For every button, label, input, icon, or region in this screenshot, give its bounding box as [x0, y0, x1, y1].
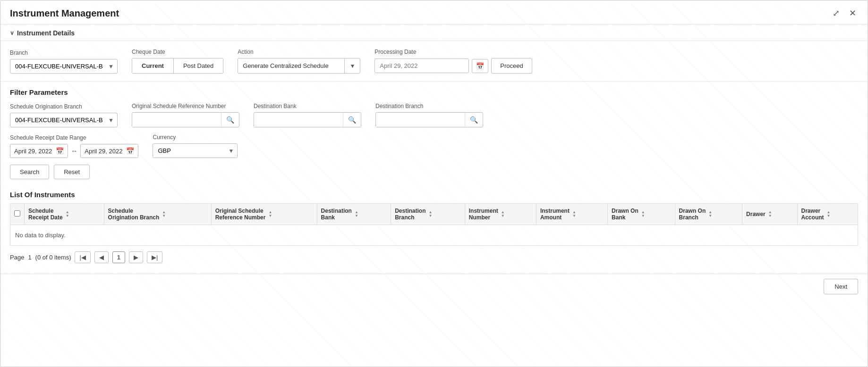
action-dropdown-arrow-icon[interactable]: ▼ — [344, 59, 360, 73]
sort-schedule-origination-branch-icon[interactable]: ▲▼ — [162, 210, 166, 218]
first-page-btn[interactable]: |◀ — [75, 251, 90, 263]
instrument-details-row: Branch 004-FLEXCUBE-UNIVERSAL-B ▼ Cheque… — [0, 41, 868, 82]
processing-date-input[interactable] — [374, 58, 469, 73]
sort-drawn-on-branch-icon[interactable]: ▲▼ — [708, 210, 712, 218]
branch-label: Branch — [10, 50, 118, 56]
modal-header: Instrument Management ⤢ ✕ — [0, 0, 868, 25]
reset-button[interactable]: Reset — [54, 165, 90, 179]
col-drawer: Drawer ▲▼ — [742, 204, 797, 225]
instruments-table: ScheduleReceipt Date ▲▼ ScheduleOriginat… — [10, 203, 858, 246]
cheque-date-toggle-group: Current Post Dated — [132, 58, 223, 74]
next-page-btn[interactable]: ▶ — [129, 251, 143, 263]
proceed-button[interactable]: Proceed — [491, 58, 532, 74]
sort-original-schedule-ref-icon[interactable]: ▲▼ — [268, 210, 272, 218]
expand-icon[interactable]: ⤢ — [831, 7, 842, 19]
sort-drawn-on-bank-icon[interactable]: ▲▼ — [641, 210, 645, 218]
action-label: Action — [238, 49, 360, 55]
processing-date-field-group: Processing Date 📅 Proceed — [374, 49, 532, 74]
current-page-btn[interactable]: 1 — [112, 251, 125, 263]
branch-field-group: Branch 004-FLEXCUBE-UNIVERSAL-B ▼ — [10, 50, 118, 74]
schedule-receipt-date-range-label: Schedule Receipt Date Range — [10, 134, 138, 141]
select-all-checkbox[interactable] — [14, 210, 20, 217]
schedule-origination-branch-select[interactable]: 004-FLEXCUBE-UNIVERSAL-B — [10, 113, 118, 127]
chevron-down-icon: ∨ — [10, 30, 14, 36]
last-page-btn[interactable]: ▶| — [147, 251, 162, 263]
original-schedule-ref-field-group: Original Schedule Reference Number 🔍 — [132, 103, 239, 127]
sort-drawer-account-icon[interactable]: ▲▼ — [827, 210, 831, 218]
col-drawn-on-bank: Drawn OnBank ▲▼ — [608, 204, 675, 225]
currency-select[interactable]: GBP — [153, 143, 238, 158]
action-dropdown[interactable]: Generate Centralized Schedule ▼ — [238, 58, 360, 74]
col-destination-bank: DestinationBank ▲▼ — [317, 204, 391, 225]
original-schedule-ref-search-icon[interactable]: 🔍 — [221, 113, 239, 127]
schedule-origination-branch-field-group: Schedule Origination Branch 004-FLEXCUBE… — [10, 103, 118, 127]
cheque-date-field-group: Cheque Date Current Post Dated — [132, 49, 223, 74]
cheque-date-label: Cheque Date — [132, 49, 223, 55]
original-schedule-ref-label: Original Schedule Reference Number — [132, 103, 239, 109]
currency-field-group: Currency GBP ▼ — [153, 134, 238, 158]
col-destination-branch: DestinationBranch ▲▼ — [391, 204, 465, 225]
processing-date-wrapper: 📅 Proceed — [374, 58, 532, 74]
page-label: Page — [10, 254, 24, 261]
sort-destination-bank-icon[interactable]: ▲▼ — [355, 210, 358, 218]
branch-select[interactable]: 004-FLEXCUBE-UNIVERSAL-B — [10, 59, 118, 74]
filter-row-2: Schedule Receipt Date Range April 29, 20… — [10, 134, 858, 158]
col-schedule-receipt-date: ScheduleReceipt Date ▲▼ — [25, 204, 104, 225]
currency-select-wrapper: GBP ▼ — [153, 143, 238, 158]
col-original-schedule-ref: Original ScheduleReference Number ▲▼ — [211, 204, 317, 225]
prev-page-btn[interactable]: ◀ — [94, 251, 109, 263]
currency-label: Currency — [153, 134, 238, 141]
modal-footer: Next — [0, 274, 868, 302]
no-data-row: No data to display. — [10, 225, 858, 246]
destination-branch-input-wrapper: 🔍 — [375, 112, 483, 127]
processing-date-calendar-icon[interactable]: 📅 — [472, 59, 488, 73]
instrument-details-section-toggle[interactable]: ∨ Instrument Details — [0, 25, 868, 41]
header-icons: ⤢ ✕ — [831, 7, 858, 19]
destination-branch-label: Destination Branch — [375, 103, 483, 109]
original-schedule-ref-input-wrapper: 🔍 — [132, 112, 239, 127]
sort-instrument-amount-icon[interactable]: ▲▼ — [572, 210, 576, 218]
sort-instrument-number-icon[interactable]: ▲▼ — [501, 210, 505, 218]
current-toggle-btn[interactable]: Current — [132, 58, 174, 73]
table-select-all-header — [10, 204, 25, 225]
filter-parameters-title: Filter Parameters — [10, 88, 858, 96]
destination-bank-search-icon[interactable]: 🔍 — [343, 113, 361, 127]
date-range-arrow-icon: ↔ — [71, 147, 77, 155]
destination-branch-search-icon[interactable]: 🔍 — [465, 113, 483, 127]
next-button[interactable]: Next — [824, 279, 858, 294]
col-drawer-account: DrawerAccount ▲▼ — [797, 204, 858, 225]
date-from-calendar-icon[interactable]: 📅 — [54, 147, 64, 155]
items-info: (0 of 0 items) — [35, 254, 71, 261]
date-range-wrapper: April 29, 2022 📅 ↔ April 29, 2022 📅 — [10, 144, 138, 158]
table-header-row: ScheduleReceipt Date ▲▼ ScheduleOriginat… — [10, 204, 858, 225]
action-field-group: Action Generate Centralized Schedule ▼ — [238, 49, 360, 74]
page-number: 1 — [28, 254, 31, 261]
date-to-calendar-icon[interactable]: 📅 — [124, 147, 134, 155]
destination-bank-field-group: Destination Bank 🔍 — [254, 103, 361, 127]
destination-branch-input[interactable] — [376, 113, 465, 127]
destination-bank-input[interactable] — [254, 113, 343, 127]
col-instrument-amount: InstrumentAmount ▲▼ — [536, 204, 607, 225]
list-of-instruments-section: List Of Instruments ScheduleReceipt Date… — [0, 191, 868, 269]
search-button[interactable]: Search — [10, 165, 49, 179]
pagination-row: Page 1 (0 of 0 items) |◀ ◀ 1 ▶ ▶| — [10, 246, 858, 269]
post-dated-toggle-btn[interactable]: Post Dated — [174, 58, 223, 73]
schedule-origination-branch-label: Schedule Origination Branch — [10, 103, 118, 110]
date-from-value: April 29, 2022 — [14, 148, 52, 155]
sort-drawer-icon[interactable]: ▲▼ — [768, 210, 772, 218]
col-instrument-number: InstrumentNumber ▲▼ — [465, 204, 536, 225]
close-icon[interactable]: ✕ — [847, 7, 858, 19]
date-from-input[interactable]: April 29, 2022 📅 — [10, 144, 68, 158]
date-to-input[interactable]: April 29, 2022 📅 — [80, 144, 138, 158]
sort-schedule-receipt-date-icon[interactable]: ▲▼ — [66, 210, 69, 218]
original-schedule-ref-input[interactable] — [132, 113, 221, 127]
destination-bank-input-wrapper: 🔍 — [254, 112, 361, 127]
branch-select-wrapper: 004-FLEXCUBE-UNIVERSAL-B ▼ — [10, 59, 118, 74]
schedule-origination-branch-select-wrapper: 004-FLEXCUBE-UNIVERSAL-B ▼ — [10, 113, 118, 127]
filter-row-1: Schedule Origination Branch 004-FLEXCUBE… — [10, 103, 858, 127]
date-to-value: April 29, 2022 — [85, 148, 122, 155]
no-data-cell: No data to display. — [10, 225, 858, 246]
sort-destination-branch-icon[interactable]: ▲▼ — [428, 210, 432, 218]
destination-bank-label: Destination Bank — [254, 103, 361, 109]
instrument-details-section-label: Instrument Details — [17, 29, 75, 37]
